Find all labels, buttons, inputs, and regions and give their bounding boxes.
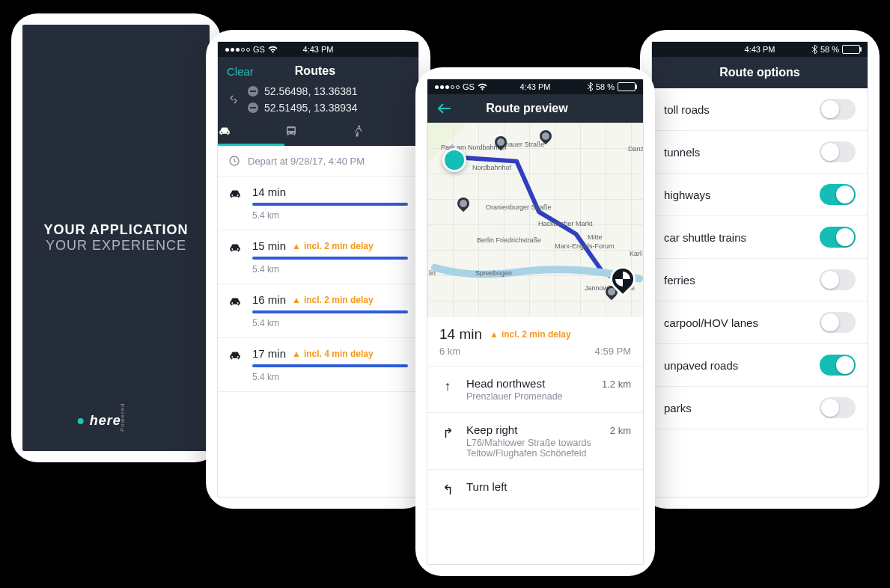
option-label: toll roads bbox=[664, 103, 710, 116]
option-label: tunnels bbox=[664, 146, 700, 159]
route-item[interactable]: 17 min▲incl. 4 min delay5.4 km bbox=[218, 338, 418, 392]
warning-icon: ▲ bbox=[292, 349, 301, 359]
clock-icon bbox=[228, 155, 240, 167]
route-distance: 5.4 km bbox=[252, 372, 408, 382]
map-place-label: lin bbox=[429, 269, 436, 277]
direction-step[interactable]: ↰Turn left bbox=[427, 470, 643, 509]
step-road: L76/Mahlower Straße towards Teltow/Flugh… bbox=[466, 438, 600, 459]
tab-transit[interactable] bbox=[284, 124, 351, 146]
statusbar-time: 4:43 PM bbox=[745, 45, 775, 54]
option-toggle[interactable] bbox=[820, 99, 856, 120]
battery-icon bbox=[618, 82, 636, 91]
step-road: Prenzlauer Promenade bbox=[466, 391, 591, 402]
battery-pct: 58 % bbox=[596, 82, 615, 91]
splash-line2: YOUR EXPERIENCE bbox=[46, 238, 186, 254]
splash-screen: YOUR APPLICATION YOUR EXPERIENCE here Po… bbox=[22, 25, 210, 451]
option-label: parks bbox=[664, 402, 692, 414]
statusbar-time: 4:43 PM bbox=[303, 45, 334, 54]
phone-preview: GS 4:43 PM 58 % Route preview bbox=[415, 67, 655, 576]
option-row: carpool/HOV lanes bbox=[652, 301, 868, 344]
destination-dot-icon bbox=[248, 102, 258, 113]
direction-step[interactable]: ↑Head northwestPrenzlauer Promenade1.2 k… bbox=[427, 367, 643, 413]
map-place-label: Hackescher Markt bbox=[538, 220, 593, 227]
option-label: unpaved roads bbox=[664, 359, 738, 372]
option-row: toll roads bbox=[652, 88, 868, 131]
option-toggle[interactable] bbox=[820, 184, 856, 205]
map-place-label: Karl- bbox=[630, 250, 643, 257]
option-row: tunnels bbox=[652, 131, 868, 174]
phone-routes: GS 4:43 PM Clear Routes 52.56498, 13.363… bbox=[206, 30, 430, 509]
route-duration: 14 min bbox=[252, 186, 286, 198]
route-summary: 14 min ▲ incl. 2 min delay 6 km 4:59 PM bbox=[427, 317, 643, 367]
option-row: car shuttle trains bbox=[652, 216, 868, 259]
routes-navbar: Clear Routes bbox=[218, 57, 418, 85]
route-duration: 17 min bbox=[252, 347, 286, 360]
mode-tabs bbox=[218, 120, 418, 146]
option-label: ferries bbox=[664, 274, 695, 287]
option-row: ferries bbox=[652, 259, 868, 301]
option-toggle[interactable] bbox=[820, 397, 856, 418]
direction-arrow-icon: ↱ bbox=[439, 423, 456, 459]
origin-row[interactable]: 52.56498, 13.36381 bbox=[248, 85, 411, 97]
here-wordmark: here bbox=[90, 413, 121, 429]
battery-icon bbox=[842, 45, 860, 54]
map-place-label: Danz bbox=[628, 145, 643, 153]
preview-title: Route preview bbox=[453, 102, 601, 115]
warning-icon: ▲ bbox=[292, 295, 301, 305]
option-toggle[interactable] bbox=[820, 355, 856, 376]
route-delay: ▲incl. 2 min delay bbox=[292, 241, 374, 251]
option-row: highways bbox=[652, 174, 868, 216]
option-toggle[interactable] bbox=[820, 141, 856, 162]
back-button[interactable] bbox=[436, 102, 453, 114]
step-instruction: Turn left bbox=[466, 480, 621, 493]
destination-value: 52.51495, 13.38934 bbox=[264, 102, 358, 114]
route-bar bbox=[252, 364, 408, 367]
here-logo: here Powered bbox=[78, 413, 155, 429]
summary-distance: 6 km bbox=[439, 346, 460, 357]
status-bar: GS 4:43 PM 58 % bbox=[427, 79, 643, 94]
route-duration: 16 min bbox=[252, 293, 286, 306]
route-distance: 5.4 km bbox=[252, 318, 408, 328]
car-icon bbox=[228, 347, 242, 382]
car-icon bbox=[228, 293, 242, 328]
map-place-label: Mitte bbox=[588, 233, 603, 241]
route-map[interactable]: Park am NordbahnhofBernauer StraßeNordba… bbox=[427, 123, 643, 317]
summary-delay: ▲ incl. 2 min delay bbox=[490, 329, 571, 340]
status-bar: 4:43 PM 58 % bbox=[652, 42, 868, 57]
swap-endpoints-button[interactable] bbox=[225, 94, 242, 105]
map-place-label: Oranienburger Straße bbox=[486, 203, 552, 211]
option-toggle[interactable] bbox=[820, 269, 856, 290]
tab-car[interactable] bbox=[218, 124, 284, 146]
route-item[interactable]: 14 min5.4 km bbox=[218, 177, 418, 230]
route-distance: 5.4 km bbox=[252, 264, 408, 275]
option-toggle[interactable] bbox=[820, 312, 856, 333]
carrier-label: GS bbox=[463, 82, 475, 91]
step-distance: 2 km bbox=[610, 423, 631, 436]
warning-icon: ▲ bbox=[490, 329, 499, 340]
route-bar bbox=[252, 310, 408, 313]
destination-row[interactable]: 52.51495, 13.38934 bbox=[248, 102, 411, 114]
depart-row[interactable]: Depart at 9/28/17, 4:40 PM bbox=[218, 146, 418, 177]
option-row: unpaved roads bbox=[652, 344, 868, 387]
svg-point-0 bbox=[358, 126, 360, 128]
tab-walk[interactable] bbox=[352, 124, 418, 146]
phone-splash: YOUR APPLICATION YOUR EXPERIENCE here Po… bbox=[11, 13, 221, 462]
origin-value: 52.56498, 13.36381 bbox=[264, 85, 358, 97]
direction-arrow-icon: ↑ bbox=[439, 377, 456, 402]
steps-list: ↑Head northwestPrenzlauer Promenade1.2 k… bbox=[427, 367, 643, 509]
car-icon bbox=[228, 186, 242, 221]
option-label: highways bbox=[664, 189, 711, 201]
route-duration: 15 min bbox=[252, 239, 286, 252]
route-item[interactable]: 16 min▲incl. 2 min delay5.4 km bbox=[218, 284, 418, 338]
route-bar bbox=[252, 257, 408, 260]
direction-arrow-icon: ↰ bbox=[439, 480, 456, 498]
direction-step[interactable]: ↱Keep rightL76/Mahlower Straße towards T… bbox=[427, 413, 643, 470]
route-item[interactable]: 15 min▲incl. 2 min delay5.4 km bbox=[218, 230, 418, 284]
clear-button[interactable]: Clear bbox=[227, 65, 254, 78]
option-label: car shuttle trains bbox=[664, 231, 746, 244]
option-row: parks bbox=[652, 387, 868, 429]
options-title: Route options bbox=[652, 57, 868, 88]
option-toggle[interactable] bbox=[820, 227, 856, 248]
preview-navbar: Route preview bbox=[427, 94, 643, 123]
warning-icon: ▲ bbox=[292, 241, 301, 251]
